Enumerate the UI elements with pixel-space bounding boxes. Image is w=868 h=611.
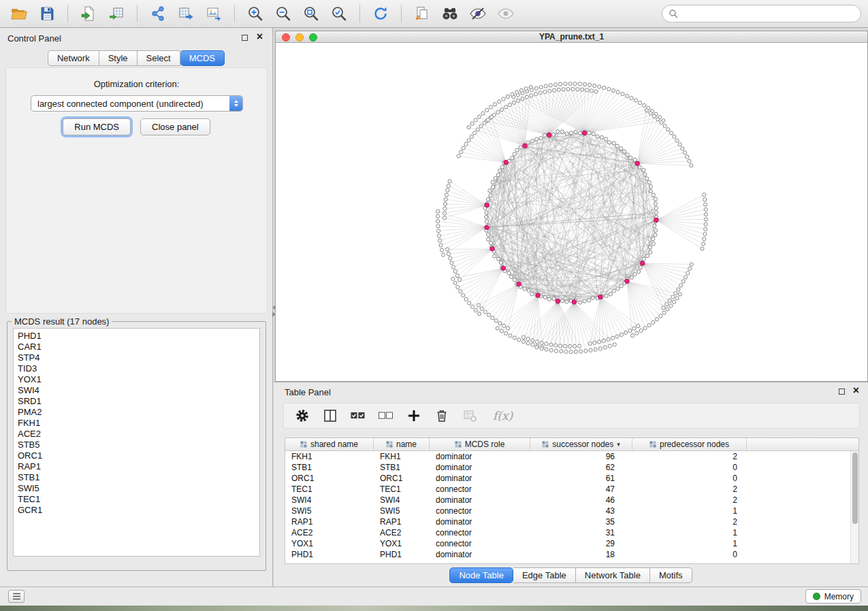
close-table-panel-icon[interactable]: ×	[853, 385, 859, 396]
table-row[interactable]: YOX1YOX1connector291	[285, 538, 858, 549]
table-row[interactable]: FKH1FKH1dominator962	[285, 451, 858, 462]
table-row[interactable]: ACE2ACE2connector311	[285, 527, 858, 538]
hide-selected-button[interactable]	[466, 3, 490, 24]
show-columns-button[interactable]	[321, 407, 339, 425]
toolbar-search[interactable]	[662, 5, 861, 22]
cell-role[interactable]: connector	[430, 539, 530, 548]
table-row[interactable]: SWI4SWI4dominator462	[285, 495, 858, 506]
mcds-result-item[interactable]: RAP1	[14, 461, 259, 472]
network-canvas[interactable]	[276, 43, 867, 381]
table-scrollbar[interactable]	[850, 451, 858, 563]
cell-successors[interactable]: 18	[530, 550, 632, 559]
memory-button[interactable]: Memory	[805, 589, 861, 604]
cell-successors[interactable]: 62	[530, 463, 632, 472]
export-network-button[interactable]	[146, 3, 170, 24]
cell-successors[interactable]: 43	[530, 506, 632, 516]
cell-shared_name[interactable]: ORC1	[285, 474, 374, 483]
zoom-in-button[interactable]	[243, 3, 268, 24]
cell-name[interactable]: ORC1	[374, 474, 430, 483]
tab-mcds[interactable]: MCDS	[180, 50, 225, 66]
cell-role[interactable]: dominator	[430, 495, 530, 505]
column-header-MCDS-role[interactable]: MCDS role	[430, 438, 530, 450]
table-row[interactable]: STB1STB1dominator620	[285, 462, 858, 473]
mcds-result-item[interactable]: STB5	[14, 440, 259, 450]
cell-role[interactable]: dominator	[430, 517, 530, 527]
export-image-button[interactable]	[202, 3, 226, 24]
cell-shared_name[interactable]: STB1	[285, 463, 374, 472]
table-tab-edge-table[interactable]: Edge Table	[513, 567, 576, 583]
mcds-result-item[interactable]: FKH1	[14, 418, 259, 429]
add-column-button[interactable]	[405, 407, 423, 425]
column-header-successor-nodes[interactable]: successor nodes▾	[530, 438, 632, 450]
select-all-columns-button[interactable]	[349, 407, 367, 425]
cell-predecessors[interactable]: 2	[632, 484, 747, 494]
export-table-button[interactable]	[174, 3, 198, 24]
mcds-result-list[interactable]: PHD1CAR1STP4TID3YOX1SWI4SRD1PMA2FKH1ACE2…	[13, 328, 260, 557]
float-table-panel-icon[interactable]	[839, 389, 845, 395]
close-panel-icon[interactable]: ×	[257, 31, 263, 42]
cell-name[interactable]: FKH1	[374, 452, 430, 461]
optimization-criterion-select[interactable]: largest connected component (undirected)	[31, 95, 243, 112]
cell-predecessors[interactable]: 1	[632, 528, 747, 538]
cell-role[interactable]: dominator	[430, 550, 530, 559]
cell-shared_name[interactable]: ACE2	[285, 528, 374, 538]
table-settings-button[interactable]	[293, 407, 311, 425]
run-mcds-button[interactable]: Run MCDS	[63, 118, 131, 135]
cell-successors[interactable]: 31	[530, 528, 632, 538]
scrollbar-thumb[interactable]	[852, 452, 858, 524]
mcds-result-item[interactable]: PHD1	[14, 331, 259, 342]
mcds-result-item[interactable]: GCR1	[14, 505, 259, 516]
tab-style[interactable]: Style	[99, 50, 138, 66]
cell-role[interactable]: connector	[430, 506, 530, 516]
column-header-name[interactable]: name	[374, 438, 430, 450]
table-row[interactable]: ORC1ORC1dominator610	[285, 473, 858, 484]
mcds-result-item[interactable]: TEC1	[14, 494, 259, 505]
cell-successors[interactable]: 29	[530, 539, 632, 548]
sort-dropdown-icon[interactable]: ▾	[617, 441, 620, 448]
cell-role[interactable]: connector	[430, 484, 530, 494]
tab-network[interactable]: Network	[48, 50, 99, 66]
mcds-result-item[interactable]: SWI5	[14, 483, 259, 494]
table-row[interactable]: RAP1RAP1dominator352	[285, 516, 858, 527]
cell-shared_name[interactable]: SWI4	[285, 495, 374, 505]
cell-shared_name[interactable]: PHD1	[285, 550, 374, 559]
cell-name[interactable]: STB1	[374, 463, 430, 472]
copy-network-button[interactable]	[410, 3, 434, 24]
cell-role[interactable]: dominator	[430, 463, 530, 472]
cell-successors[interactable]: 96	[530, 452, 632, 461]
mcds-result-item[interactable]: ORC1	[14, 450, 259, 461]
delete-column-button[interactable]	[433, 407, 451, 425]
cell-predecessors[interactable]: 0	[632, 474, 747, 483]
table-tab-network-table[interactable]: Network Table	[576, 567, 650, 583]
cell-successors[interactable]: 35	[530, 517, 632, 527]
cell-successors[interactable]: 46	[530, 495, 632, 505]
cell-shared_name[interactable]: TEC1	[285, 484, 374, 494]
cell-predecessors[interactable]: 0	[632, 550, 747, 559]
table-tab-motifs[interactable]: Motifs	[650, 567, 692, 583]
mcds-result-item[interactable]: CAR1	[14, 342, 259, 352]
column-header-shared-name[interactable]: shared name	[285, 438, 374, 450]
cell-name[interactable]: SWI5	[374, 506, 430, 516]
cell-successors[interactable]: 47	[530, 484, 632, 494]
mcds-result-item[interactable]: SRD1	[14, 396, 259, 407]
zoom-out-button[interactable]	[271, 3, 295, 24]
table-tab-node-table[interactable]: Node Table	[449, 567, 513, 583]
mcds-result-item[interactable]: ACE2	[14, 429, 259, 440]
search-input[interactable]	[682, 9, 854, 18]
cell-name[interactable]: ACE2	[374, 528, 430, 538]
zoom-fit-button[interactable]	[299, 3, 323, 24]
show-all-button[interactable]	[494, 3, 518, 24]
deselect-all-columns-button[interactable]	[377, 407, 395, 425]
cell-role[interactable]: dominator	[430, 452, 530, 461]
import-network-button[interactable]	[76, 3, 101, 24]
save-session-button[interactable]	[35, 3, 59, 24]
table-row[interactable]: TEC1TEC1connector472	[285, 484, 858, 495]
cell-shared_name[interactable]: SWI5	[285, 506, 374, 516]
zoom-selected-button[interactable]	[327, 3, 351, 24]
column-header-predecessor-nodes[interactable]: predecessor nodes	[632, 438, 747, 450]
search-network-button[interactable]	[438, 3, 462, 24]
mcds-result-item[interactable]: PMA2	[14, 407, 259, 418]
table-row[interactable]: SWI5SWI5connector431	[285, 506, 858, 516]
mcds-result-item[interactable]: STP4	[14, 352, 259, 363]
cell-successors[interactable]: 61	[530, 474, 632, 483]
